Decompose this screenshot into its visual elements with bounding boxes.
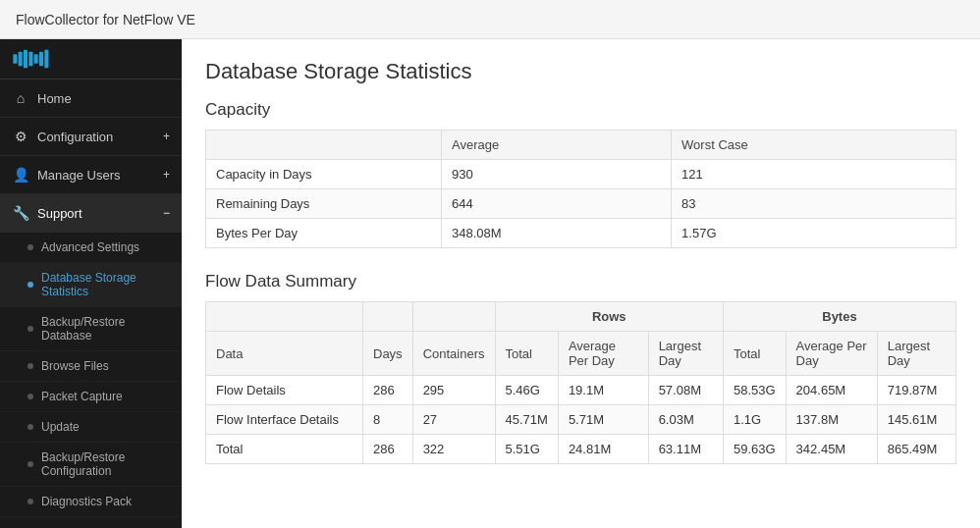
flow-days-col: Days [363, 332, 413, 376]
flow-data-col: Data [206, 332, 363, 376]
flow-bytes-largest: 865.49M [877, 435, 955, 464]
flow-data-section-title: Flow Data Summary [205, 272, 956, 291]
svg-rect-2 [24, 50, 27, 69]
sidebar-backup-restore-db-label: Backup/Restore Database [41, 315, 170, 343]
flow-bytes-largest: 719.87M [877, 376, 955, 405]
cisco-logo-icon [12, 49, 51, 69]
capacity-average: 930 [442, 160, 672, 189]
sidebar-update-label: Update [41, 420, 80, 434]
capacity-label: Remaining Days [206, 189, 442, 219]
top-header: FlowCollector for NetFlow VE [0, 0, 980, 39]
sidebar-manage-users-label: Manage Users [37, 168, 121, 183]
home-icon: ⌂ [12, 89, 29, 107]
flow-row: Total 286 322 5.51G 24.81M 63.11M 59.63G… [206, 435, 956, 464]
user-icon: 👤 [12, 166, 29, 184]
flow-bytes-total: 1.1G [723, 405, 786, 435]
main-layout: ⌂ Home ⚙ Configuration + 👤 Manage Users … [0, 39, 980, 528]
flow-bytes-largest: 145.61M [877, 405, 955, 435]
capacity-section-title: Capacity [205, 100, 956, 120]
sidebar-item-advanced-settings[interactable]: Advanced Settings [0, 233, 182, 263]
sidebar-item-backup-restore-db[interactable]: Backup/Restore Database [0, 307, 182, 351]
capacity-label: Bytes Per Day [206, 219, 442, 248]
svg-rect-6 [44, 50, 48, 69]
flow-bytes-avg: 204.65M [786, 376, 877, 405]
flow-bytes-total: 59.63G [723, 435, 786, 464]
flow-rows-largest-col: Largest Day [648, 332, 723, 376]
sidebar-database-storage-label: Database Storage Statistics [41, 271, 170, 298]
svg-rect-5 [39, 52, 43, 67]
gear-icon: ⚙ [12, 128, 29, 145]
sidebar: ⌂ Home ⚙ Configuration + 👤 Manage Users … [0, 39, 182, 528]
svg-rect-4 [34, 54, 38, 63]
capacity-worst: 1.57G [672, 219, 956, 248]
chevron-down-icon: − [163, 206, 170, 220]
flow-rows-largest: 6.03M [648, 405, 723, 435]
capacity-row: Remaining Days 644 83 [206, 189, 956, 219]
sidebar-item-support[interactable]: 🔧 Support − [0, 194, 182, 233]
bytes-group-header: Bytes [723, 302, 955, 332]
flow-bytes-largest-col: Largest Day [877, 332, 955, 376]
flow-col-containers-empty [412, 302, 495, 332]
sidebar-item-packet-capture[interactable]: Packet Capture [0, 382, 182, 412]
sidebar-item-audit-log[interactable]: ☰ Audit Log [0, 517, 182, 528]
wrench-icon: 🔧 [12, 204, 29, 222]
rows-group-header: Rows [495, 302, 723, 332]
flow-containers: 27 [412, 405, 495, 435]
flow-data-table: Rows Bytes Data Days Containers Total Av… [205, 301, 956, 464]
capacity-col-worst: Worst Case [672, 131, 956, 160]
flow-rows-avg: 19.1M [558, 376, 648, 405]
sidebar-item-manage-users[interactable]: 👤 Manage Users + [0, 156, 182, 194]
svg-rect-0 [13, 54, 17, 63]
main-content: Database Storage Statistics Capacity Ave… [182, 39, 980, 528]
flow-data-label: Total [206, 435, 363, 464]
flow-rows-total: 5.46G [495, 376, 558, 405]
capacity-col-empty [206, 131, 442, 160]
sidebar-item-configuration[interactable]: ⚙ Configuration + [0, 118, 182, 156]
sidebar-home-label: Home [37, 91, 72, 106]
sidebar-logo [0, 39, 182, 79]
capacity-worst: 83 [672, 189, 956, 219]
sidebar-item-update[interactable]: Update [0, 412, 182, 443]
flow-col-empty [206, 302, 363, 332]
sidebar-advanced-settings-label: Advanced Settings [41, 240, 139, 254]
capacity-row: Capacity in Days 930 121 [206, 160, 956, 189]
capacity-average: 644 [442, 189, 672, 219]
flow-rows-avg-col: Average Per Day [558, 332, 648, 376]
page-title: Database Storage Statistics [205, 59, 956, 84]
flow-rows-total: 5.51G [495, 435, 558, 464]
flow-rows-total-col: Total [495, 332, 558, 376]
flow-containers: 295 [412, 376, 495, 405]
sidebar-backup-restore-config-label: Backup/Restore Configuration [41, 450, 170, 478]
sidebar-item-diagnostics-pack[interactable]: Diagnostics Pack [0, 487, 182, 517]
flow-rows-total: 45.71M [495, 405, 558, 435]
flow-rows-avg: 24.81M [558, 435, 648, 464]
sidebar-diagnostics-pack-label: Diagnostics Pack [41, 495, 132, 508]
sidebar-item-database-storage[interactable]: Database Storage Statistics [0, 263, 182, 307]
capacity-worst: 121 [672, 160, 956, 189]
flow-bytes-avg-col: Average Per Day [786, 332, 877, 376]
flow-data-label: Flow Details [206, 376, 363, 405]
flow-days: 8 [363, 405, 413, 435]
sidebar-item-browse-files[interactable]: Browse Files [0, 351, 182, 382]
chevron-right-icon: + [163, 130, 170, 143]
chevron-right-icon-2: + [163, 168, 170, 182]
flow-containers-col: Containers [412, 332, 495, 376]
sidebar-item-backup-restore-config[interactable]: Backup/Restore Configuration [0, 443, 182, 487]
capacity-col-average: Average [442, 131, 672, 160]
flow-bytes-avg: 137.8M [786, 405, 877, 435]
flow-row: Flow Interface Details 8 27 45.71M 5.71M… [206, 405, 956, 435]
flow-rows-largest: 63.11M [648, 435, 723, 464]
flow-data-label: Flow Interface Details [206, 405, 363, 435]
sidebar-support-label: Support [37, 206, 82, 221]
sidebar-packet-capture-label: Packet Capture [41, 390, 123, 403]
sidebar-configuration-label: Configuration [37, 130, 113, 144]
flow-bytes-total: 58.53G [723, 376, 786, 405]
flow-bytes-avg: 342.45M [786, 435, 877, 464]
flow-containers: 322 [412, 435, 495, 464]
svg-rect-3 [28, 52, 32, 67]
sidebar-item-home[interactable]: ⌂ Home [0, 79, 182, 118]
flow-bytes-total-col: Total [723, 332, 786, 376]
capacity-table: Average Worst Case Capacity in Days 930 … [205, 130, 956, 248]
app-title: FlowCollector for NetFlow VE [16, 12, 195, 27]
flow-days: 286 [363, 376, 413, 405]
